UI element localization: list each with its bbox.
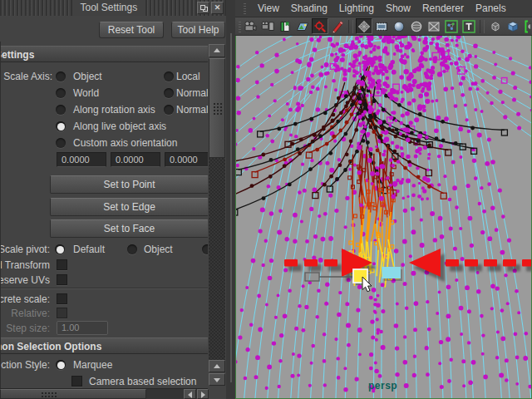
scale-axis-row-3: Along rotation axis Normals	[1, 103, 208, 116]
grid-icon[interactable]	[356, 18, 372, 34]
radio-along-rotation-axis-label[interactable]: Along rotation axis	[73, 104, 155, 116]
viewport-canvas[interactable]: persp	[235, 36, 532, 399]
set-to-edge-button[interactable]: Set to Edge	[50, 198, 208, 216]
textured-display-icon[interactable]	[426, 18, 442, 34]
radio-marquee[interactable]	[56, 360, 66, 370]
close-icon[interactable]: ✕	[211, 2, 224, 14]
axis-x-field[interactable]: 0.0000	[57, 152, 106, 167]
wireframe-cube-icon[interactable]	[487, 18, 504, 34]
menu-show[interactable]: Show	[386, 2, 411, 14]
tool-help-button[interactable]: Tool Help	[171, 22, 225, 38]
radio-local[interactable]	[164, 71, 174, 81]
vertical-scrollbar[interactable]	[209, 44, 226, 386]
radio-normals[interactable]	[164, 105, 174, 115]
discrete-scale-row: Discrete scale:	[1, 293, 208, 306]
step-size-field[interactable]: 1.00	[57, 321, 108, 335]
radio-pivot-default[interactable]	[55, 244, 65, 254]
default-material-icon[interactable]	[443, 18, 460, 34]
radio-local-label[interactable]: Local	[176, 71, 200, 82]
panel-splitter[interactable]	[226, 0, 235, 399]
relative-checkbox[interactable]	[57, 308, 67, 318]
toolbar-separator	[348, 20, 353, 33]
restore-window-icon[interactable]	[197, 2, 209, 14]
radio-along-rotation-axis[interactable]	[56, 105, 66, 115]
radio-normals-label[interactable]: Normals	[176, 104, 208, 116]
scale-pivot-label: Scale pivot:	[0, 244, 50, 255]
radio-custom-axis-orientation[interactable]	[56, 138, 66, 148]
axis-z-field[interactable]: 0.0000	[165, 152, 208, 167]
tool-settings-titlebar[interactable]: Tool Settings ✕	[0, 0, 235, 16]
radio-along-live-object-axis-label[interactable]: Along live object axis	[73, 121, 166, 132]
vertical-scroll-thumb[interactable]	[209, 58, 225, 158]
panel-title: Tool Settings	[71, 0, 145, 16]
smooth-shade-cube-icon[interactable]	[505, 18, 521, 34]
selection-style-label: Selection Style:	[0, 359, 50, 371]
scale-axis-row-1: Scale Axis: Object Local	[1, 70, 208, 83]
tool-settings-scroll-area: Settings Scale Axis: Object Local World …	[0, 42, 208, 388]
radio-marquee-label[interactable]: Marquee	[73, 359, 112, 371]
grease-pencil-icon[interactable]	[329, 18, 346, 34]
discrete-scale-label: Discrete scale:	[0, 293, 50, 305]
toolbar-separator	[480, 20, 485, 33]
scale-axis-row-4: Along live object axis	[1, 120, 208, 133]
axis-fields-row: 0.0000 0.0000 0.0000	[1, 152, 208, 169]
tool-settings-panel: Tool Settings ✕ Reset Tool Tool Help Set…	[0, 0, 235, 399]
settings-section-header[interactable]: Settings	[1, 46, 208, 62]
selection-options-title: Common Selection Options	[1, 339, 101, 354]
menubar-grip[interactable]	[244, 2, 246, 14]
discrete-scale-checkbox[interactable]	[57, 293, 67, 304]
child-transform-checkbox[interactable]	[57, 259, 67, 270]
set-to-point-button[interactable]: Set to Point	[50, 175, 208, 194]
menu-view[interactable]: View	[258, 2, 279, 14]
step-size-label: Step size:	[6, 323, 50, 334]
scroll-up-icon[interactable]	[209, 44, 225, 57]
menu-lighting[interactable]: Lighting	[339, 2, 374, 14]
selection-style-row: Selection Style: Marquee	[1, 358, 208, 372]
scroll-down-icon[interactable]	[209, 373, 225, 386]
set-to-face-button[interactable]: Set to Face	[50, 219, 208, 238]
shaded-display-icon[interactable]	[391, 18, 407, 34]
axis-y-field[interactable]: 0.0000	[111, 152, 160, 167]
radio-pivot-object[interactable]	[127, 244, 137, 254]
svg-text:persp: persp	[368, 380, 397, 392]
scroll-left-icon[interactable]	[184, 389, 196, 399]
film-gate-icon[interactable]	[373, 18, 390, 34]
toolbar-grip[interactable]	[239, 21, 241, 32]
isolate-select-icon[interactable]	[522, 18, 532, 34]
scroll-up2-icon[interactable]	[209, 360, 225, 372]
camera-based-selection-checkbox[interactable]	[71, 376, 82, 387]
selection-options-header[interactable]: Common Selection Options	[1, 337, 208, 354]
radio-along-live-object-axis[interactable]	[56, 121, 66, 131]
scale-axis-label: Scale Axis:	[3, 71, 52, 82]
horizontal-scrollbar[interactable]	[0, 388, 208, 399]
radio-world[interactable]	[56, 88, 66, 98]
thumb-grip	[41, 392, 57, 398]
wireframe-display-icon[interactable]	[408, 18, 425, 34]
camera-attributes-icon[interactable]	[259, 18, 276, 34]
radio-pivot-default-label[interactable]: Default	[73, 244, 105, 255]
radio-normal-label[interactable]: Normal	[176, 87, 208, 99]
menu-renderer[interactable]: Renderer	[422, 2, 464, 14]
preserve-uvs-checkbox[interactable]	[57, 274, 67, 285]
texture-placement-icon[interactable]	[461, 18, 477, 34]
2d-pan-zoom-icon[interactable]	[312, 18, 328, 34]
preserve-uvs-label: Preserve UVs	[0, 274, 50, 286]
menu-shading[interactable]: Shading	[291, 2, 328, 14]
divider	[1, 288, 208, 289]
bookmarks-icon[interactable]	[277, 18, 293, 34]
viewport-menubar: View Shading Lighting Show Renderer Pane…	[235, 0, 532, 17]
scroll-right-icon[interactable]	[197, 389, 209, 399]
radio-pivot-third[interactable]	[202, 244, 208, 254]
menu-panels[interactable]: Panels	[475, 2, 506, 14]
select-camera-icon[interactable]	[242, 18, 259, 34]
radio-pivot-object-label[interactable]: Object	[144, 244, 173, 255]
radio-object[interactable]	[56, 71, 66, 81]
radio-normal[interactable]	[164, 88, 174, 98]
reset-tool-button[interactable]: Reset Tool	[99, 22, 164, 38]
image-plane-icon[interactable]	[294, 18, 311, 34]
radio-object-label[interactable]: Object	[73, 71, 102, 82]
radio-custom-axis-orientation-label[interactable]: Custom axis orientation	[73, 137, 177, 149]
camera-based-selection-label[interactable]: Camera based selection	[89, 376, 196, 387]
radio-world-label[interactable]: World	[73, 87, 99, 99]
horizontal-scroll-thumb[interactable]	[0, 389, 146, 399]
